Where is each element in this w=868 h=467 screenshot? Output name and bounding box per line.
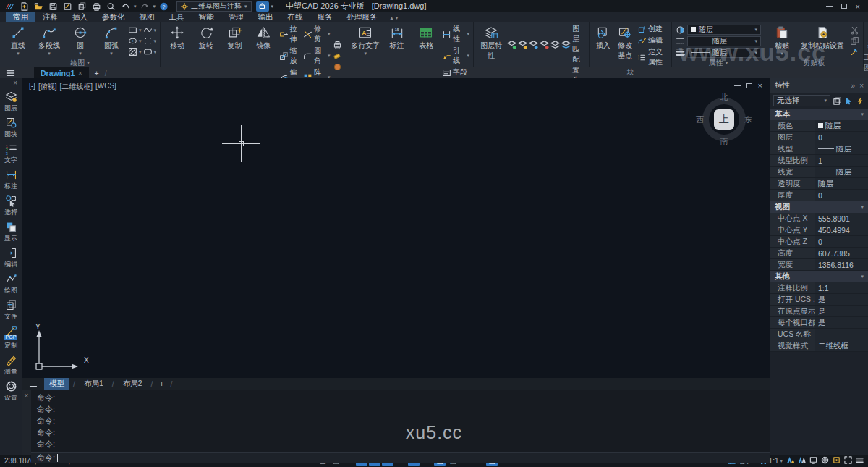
sidebar-item-display[interactable]: 显示: [0, 219, 22, 245]
panel-label-draw[interactable]: 绘图▾: [0, 58, 160, 67]
view-cube-west[interactable]: 西: [696, 114, 704, 125]
insert-block-button[interactable]: 插入: [593, 24, 613, 67]
selection-dropdown[interactable]: 无选择▾: [773, 95, 830, 106]
paste-button[interactable]: 粘贴▾: [769, 24, 795, 58]
rectangle-button[interactable]: [128, 25, 137, 35]
annotation-visibility-button[interactable]: [786, 456, 794, 466]
prop-row-center-x[interactable]: 中心点 X555.8901: [770, 213, 868, 224]
mtext-button[interactable]: A 多行文字▾: [350, 24, 381, 77]
ribbon-tab-process[interactable]: 处理服务: [340, 12, 385, 22]
layout-tab-layout1[interactable]: 布局1: [79, 378, 109, 390]
cut-button[interactable]: [850, 25, 859, 35]
layer-match-button[interactable]: 图层匹配: [572, 24, 585, 64]
vp-view-control[interactable]: [俯视]: [38, 82, 57, 92]
open-file-button[interactable]: [33, 1, 45, 12]
sidebar-item-files[interactable]: 文件: [0, 297, 22, 323]
layout-menu-icon[interactable]: [26, 381, 41, 387]
view-cube-south[interactable]: 南: [720, 136, 728, 147]
print-button[interactable]: [90, 1, 103, 12]
explode-button[interactable]: [333, 41, 342, 50]
scale-button[interactable]: 缩放: [290, 46, 302, 66]
color-dropdown[interactable]: 随层▾: [687, 25, 761, 35]
settings-gear-icon[interactable]: [821, 456, 829, 466]
fillet-button[interactable]: 圆角: [314, 46, 326, 66]
doc-tab-drawing1[interactable]: Drawing1×: [34, 67, 89, 78]
polyline-button[interactable]: 多段线▾: [35, 24, 64, 58]
panel-label-clipboard[interactable]: 剪贴板: [765, 58, 863, 67]
view-cube-north[interactable]: 北: [720, 92, 728, 103]
sidebar-item-edit[interactable]: 编辑: [0, 245, 22, 271]
ribbon-tab-insert[interactable]: 插入: [65, 12, 95, 22]
line-button[interactable]: 直线▾: [4, 24, 33, 58]
layout-tab-model[interactable]: 模型: [44, 378, 69, 390]
layer-thaw-icon[interactable]: [529, 40, 538, 49]
sidebar-item-measure[interactable]: 测量: [0, 352, 22, 378]
stretch-button[interactable]: 拉伸: [290, 24, 302, 44]
spline-button[interactable]: [143, 25, 153, 35]
isolate-objects-button[interactable]: [833, 456, 841, 466]
workspace-selector[interactable]: 二维草图与注释 ▾: [176, 1, 252, 12]
prop-row-ucs-origin[interactable]: 在原点显示 ...是: [770, 306, 868, 317]
ribbon-tab-annotate[interactable]: 注释: [35, 12, 65, 22]
preview-button[interactable]: [105, 1, 117, 12]
hatch-button[interactable]: [128, 47, 137, 56]
sidebar-item-draw[interactable]: 绘图: [0, 271, 22, 297]
store-button[interactable]: [256, 1, 269, 12]
layer-on-icon[interactable]: [507, 40, 516, 49]
sidebar-item-blocks[interactable]: 图块: [0, 114, 22, 140]
color-control-icon[interactable]: [676, 25, 685, 35]
quick-select-icon[interactable]: [833, 96, 842, 106]
ribbon-tab-service[interactable]: 服务: [310, 12, 340, 22]
redo-caret[interactable]: ▾: [153, 4, 156, 9]
copy-clip-button[interactable]: [850, 36, 859, 46]
palette-close-icon[interactable]: ×: [859, 82, 864, 90]
ribbon-tab-home[interactable]: 常用: [6, 12, 35, 22]
vp-ucs-control[interactable]: [WCS]: [95, 82, 116, 92]
fullscreen-button[interactable]: [844, 456, 852, 466]
auto-annotation-button[interactable]: [798, 456, 806, 466]
drawing-canvas[interactable]: [-] [俯视] [二维线框] [WCS] × 北 南 西 东 上: [22, 78, 770, 378]
lineweight-control-icon[interactable]: [676, 47, 685, 56]
trim-button[interactable]: 修剪: [314, 24, 326, 44]
copy-paste-settings-button[interactable]: 复制粘贴设置: [797, 24, 848, 58]
view-cube-top[interactable]: 上: [714, 109, 734, 130]
vp-close-icon[interactable]: ×: [758, 82, 762, 89]
prop-row-visual-style[interactable]: 视觉样式二维线框: [770, 340, 868, 352]
prop-row-lineweight[interactable]: 线宽随层: [770, 167, 868, 178]
create-block-button[interactable]: 创建: [648, 24, 663, 34]
prop-row-center-y[interactable]: 中心点 Y450.4994: [770, 224, 868, 236]
prop-row-ucs-on[interactable]: 打开 UCS ...是: [770, 294, 868, 306]
match-properties-button[interactable]: [850, 47, 859, 56]
section-basic[interactable]: 基本▾: [770, 109, 868, 120]
maximize-button[interactable]: [841, 4, 847, 9]
workspace-switch-button[interactable]: [809, 456, 817, 466]
table-button[interactable]: 表格: [412, 24, 440, 77]
prop-row-ucs-viewport[interactable]: 每个视口都...是: [770, 317, 868, 329]
linear-dim-button[interactable]: 线性: [453, 24, 466, 44]
sidebar-item-dimension[interactable]: 标注: [0, 167, 22, 193]
join-button[interactable]: [333, 62, 342, 72]
ribbon-tab-smart[interactable]: 智能: [192, 12, 221, 22]
command-close-icon[interactable]: ×: [25, 392, 29, 400]
field-button[interactable]: 字段: [453, 67, 467, 77]
sidebar-close-icon[interactable]: ×: [13, 79, 22, 88]
minimize-button[interactable]: [826, 6, 833, 7]
help-button[interactable]: ?: [158, 1, 170, 12]
ribbon-tab-tools[interactable]: 工具: [162, 12, 192, 22]
prop-row-ucs-name[interactable]: UCS 名称: [770, 329, 868, 340]
palette-autohide-icon[interactable]: »: [851, 82, 856, 90]
define-attribute-button[interactable]: 定义属性: [648, 47, 668, 67]
vp-menu-control[interactable]: [-]: [29, 82, 35, 92]
prop-row-thickness[interactable]: 厚度0: [770, 190, 868, 201]
linetype-control-icon[interactable]: [676, 36, 685, 46]
section-view[interactable]: 视图▾: [770, 201, 868, 213]
undo-button[interactable]: [119, 1, 132, 12]
section-other[interactable]: 其他▾: [770, 271, 868, 282]
ribbon-pin-icon[interactable]: ▴: [391, 14, 393, 21]
prop-row-linetype[interactable]: 线型随层: [770, 143, 868, 155]
view-cube[interactable]: 北 南 西 东 上: [697, 93, 751, 146]
save-button[interactable]: [47, 1, 59, 12]
prop-row-color[interactable]: 颜色随层: [770, 120, 868, 132]
prop-row-layer[interactable]: 图层0: [770, 132, 868, 143]
close-button[interactable]: ×: [856, 3, 860, 10]
